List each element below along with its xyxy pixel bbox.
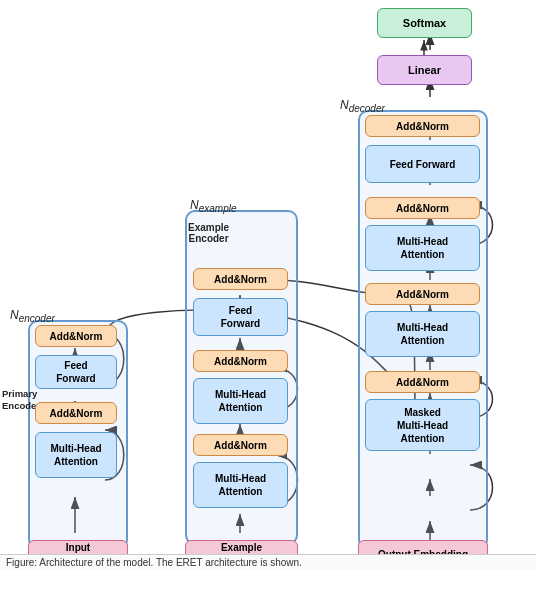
diagram: Nencoder PrimaryEncoder Add&Norm FeedFor… (0, 0, 536, 570)
example-add-norm-3: Add&Norm (193, 434, 288, 456)
example-mha-top: Multi-HeadAttention (193, 378, 288, 424)
primary-mha: Multi-HeadAttention (35, 432, 117, 478)
decoder-add-norm-top: Add&Norm (365, 115, 480, 137)
primary-encoder-label: PrimaryEncoder (2, 388, 30, 413)
decoder-feed-forward: Feed Forward (365, 145, 480, 183)
decoder-add-norm-3: Add&Norm (365, 283, 480, 305)
example-encoder-label: ExampleEncoder (188, 222, 229, 244)
example-feed-forward: FeedForward (193, 298, 288, 336)
decoder-add-norm-4: Add&Norm (365, 371, 480, 393)
primary-feed-forward: FeedForward (35, 355, 117, 389)
n-encoder-label: Nencoder (10, 308, 55, 324)
softmax-block: Softmax (377, 8, 472, 38)
figure-caption: Figure: Architecture of the model. The E… (0, 554, 536, 570)
example-mha-bottom: Multi-HeadAttention (193, 462, 288, 508)
example-add-norm-top: Add&Norm (193, 268, 288, 290)
example-add-norm-2: Add&Norm (193, 350, 288, 372)
primary-add-norm-bottom: Add&Norm (35, 402, 117, 424)
decoder-mha-2: Multi-HeadAttention (365, 225, 480, 271)
n-example-label: Nexample (190, 198, 236, 214)
n-decoder-label: Ndecoder (340, 98, 385, 114)
linear-block: Linear (377, 55, 472, 85)
decoder-masked-mha: MaskedMulti-HeadAttention (365, 399, 480, 451)
primary-add-norm-top: Add&Norm (35, 325, 117, 347)
decoder-mha-3: Multi-HeadAttention (365, 311, 480, 357)
decoder-add-norm-2: Add&Norm (365, 197, 480, 219)
